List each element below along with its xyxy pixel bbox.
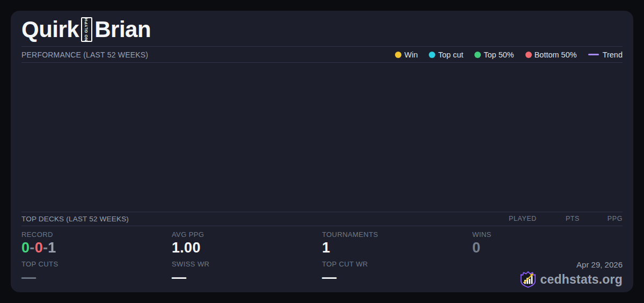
stat-wins-label: WINS bbox=[472, 230, 623, 239]
stats-summary: RECORD 0-0-1 AVG PPG 1.00 TOURNAMENTS 1 … bbox=[11, 226, 633, 292]
legend-item-win: Win bbox=[395, 50, 418, 59]
column-header-ppg: PPG bbox=[580, 215, 623, 222]
legend-item-bottom-50: Bottom 50% bbox=[525, 50, 577, 59]
record-wins: 0 bbox=[21, 240, 30, 256]
stat-top-cuts-value: — bbox=[21, 269, 172, 286]
top-50-dot-icon bbox=[474, 52, 481, 58]
column-header-played: PLAYED bbox=[494, 215, 537, 222]
stat-swiss-wr: SWISS WR — bbox=[172, 260, 322, 286]
legend-item-top-cut: Top cut bbox=[429, 50, 463, 59]
legend-label-top-cut: Top cut bbox=[438, 50, 463, 59]
record-separator: - bbox=[43, 240, 48, 256]
stat-tournaments-label: TOURNAMENTS bbox=[322, 230, 472, 239]
bottom-50-dot-icon bbox=[525, 52, 532, 58]
stat-tournaments: TOURNAMENTS 1 bbox=[322, 230, 472, 256]
performance-header-row: PERFORMANCE (LAST 52 WEEKS) Win Top cut … bbox=[11, 47, 633, 62]
card-footer: Apr 29, 2026 cedhstats.org bbox=[520, 260, 623, 288]
stat-avg-ppg-value: 1.00 bbox=[172, 240, 322, 256]
legend-label-top-50: Top 50% bbox=[484, 50, 514, 59]
top-decks-section-title: TOP DECKS (LAST 52 WEEKS) bbox=[21, 215, 129, 223]
player-last-name: Brian bbox=[94, 18, 151, 41]
cedhstats-shield-logo-icon bbox=[520, 271, 536, 288]
missing-glyph-label: NO GLYPH bbox=[85, 18, 89, 41]
stat-top-cuts: TOP CUTS — bbox=[21, 260, 172, 286]
missing-glyph-box: NO GLYPH bbox=[81, 17, 92, 42]
record-separator: - bbox=[30, 240, 34, 256]
stat-tournaments-value: 1 bbox=[322, 240, 472, 256]
player-first-name: Quirk bbox=[21, 18, 79, 41]
win-dot-icon bbox=[395, 52, 401, 58]
stat-top-cuts-label: TOP CUTS bbox=[21, 260, 172, 268]
legend-item-top-50: Top 50% bbox=[474, 50, 514, 59]
stat-top-cut-wr-label: TOP CUT WR bbox=[322, 260, 472, 268]
stat-wins: WINS 0 bbox=[472, 230, 623, 256]
stat-avg-ppg: AVG PPG 1.00 bbox=[172, 230, 322, 256]
legend-label-trend: Trend bbox=[603, 50, 623, 59]
top-decks-column-headers: PLAYED PTS PPG bbox=[494, 215, 623, 222]
performance-section-title: PERFORMANCE (LAST 52 WEEKS) bbox=[21, 50, 148, 59]
player-stats-card: Quirk NO GLYPH Brian PERFORMANCE (LAST 5… bbox=[11, 11, 633, 292]
stat-record: RECORD 0-0-1 bbox=[21, 230, 172, 256]
stat-avg-ppg-label: AVG PPG bbox=[172, 230, 322, 239]
report-date: Apr 29, 2026 bbox=[520, 260, 623, 269]
legend-label-bottom-50: Bottom 50% bbox=[535, 50, 577, 59]
legend-item-trend: Trend bbox=[588, 50, 623, 59]
trend-line-icon bbox=[588, 54, 599, 55]
column-header-pts: PTS bbox=[537, 215, 580, 222]
stat-wins-value: 0 bbox=[472, 240, 623, 256]
player-name-title: Quirk NO GLYPH Brian bbox=[11, 11, 633, 46]
top-decks-header-row: TOP DECKS (LAST 52 WEEKS) PLAYED PTS PPG bbox=[11, 212, 633, 226]
record-losses: 0 bbox=[35, 240, 43, 256]
stat-swiss-wr-label: SWISS WR bbox=[172, 260, 322, 268]
stat-top-cut-wr: TOP CUT WR — bbox=[322, 260, 472, 286]
stat-swiss-wr-value: — bbox=[172, 269, 322, 286]
chart-legend: Win Top cut Top 50% Bottom 50% Trend bbox=[395, 50, 623, 59]
record-draws: 1 bbox=[48, 240, 56, 256]
performance-chart-area bbox=[11, 63, 633, 212]
stat-record-value: 0-0-1 bbox=[21, 240, 172, 256]
top-cut-dot-icon bbox=[429, 52, 435, 58]
stat-top-cut-wr-value: — bbox=[322, 269, 472, 286]
brand-name: cedhstats.org bbox=[540, 272, 623, 287]
legend-label-win: Win bbox=[404, 50, 418, 59]
brand-row: cedhstats.org bbox=[520, 271, 623, 288]
stat-record-label: RECORD bbox=[21, 230, 172, 239]
